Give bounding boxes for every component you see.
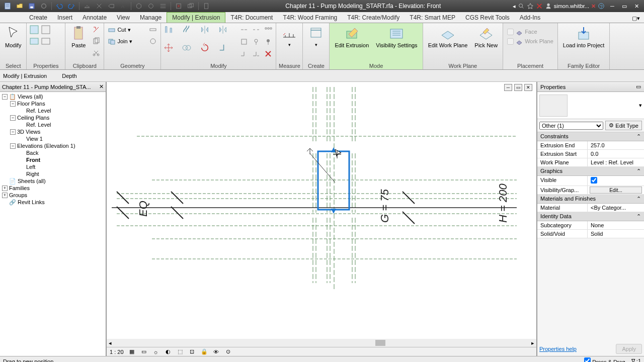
- lock-3d-icon[interactable]: 🔒: [200, 348, 208, 355]
- view-close-icon[interactable]: ✕: [524, 84, 532, 91]
- help-icon[interactable]: ?: [598, 3, 605, 10]
- tree-floor-ref-level[interactable]: Ref. Level: [1, 107, 105, 114]
- apply-button[interactable]: Apply: [616, 344, 642, 354]
- tree-groups[interactable]: +Groups: [1, 192, 105, 199]
- tab-t4r-create[interactable]: T4R: Create/Modify: [342, 13, 405, 23]
- qat-align-icon[interactable]: [94, 1, 105, 11]
- cut-button[interactable]: Cut▾: [106, 24, 146, 35]
- type-selector[interactable]: Other (1): [539, 122, 603, 130]
- search-icon[interactable]: [518, 3, 525, 10]
- group-materials[interactable]: Materials and Finishes⌃: [537, 195, 644, 204]
- tab-annotate[interactable]: Annotate: [77, 13, 112, 23]
- align-icon[interactable]: [163, 24, 174, 35]
- tab-insert[interactable]: Insert: [52, 13, 77, 23]
- copy-clipboard-icon[interactable]: [91, 36, 102, 47]
- trim-single-icon[interactable]: [238, 48, 250, 59]
- tree-revit-links[interactable]: 🔗Revit Links: [1, 199, 105, 206]
- tree-families[interactable]: +Families: [1, 185, 105, 192]
- pick-new-button[interactable]: Pick New: [471, 24, 501, 49]
- user-icon[interactable]: [545, 3, 552, 10]
- tree-back[interactable]: Back: [1, 149, 105, 156]
- tab-t4r-mep[interactable]: T4R: Smart MEP: [405, 13, 460, 23]
- prop-visibility-graphics[interactable]: Visibility/Grap...Edit...: [537, 186, 644, 195]
- copy-icon[interactable]: [181, 42, 192, 53]
- qat-text-icon[interactable]: A: [118, 1, 129, 11]
- modify-button[interactable]: Modify: [2, 24, 24, 49]
- match-type-icon[interactable]: [91, 24, 102, 35]
- press-drag-checkbox[interactable]: Press & Drag: [584, 357, 625, 362]
- ribbon-expand-icon[interactable]: ▢▾: [628, 14, 644, 23]
- cope-icon[interactable]: [147, 24, 158, 35]
- tree-elevations[interactable]: −Elevations (Elevation 1): [1, 142, 105, 149]
- reveal-hidden-icon[interactable]: ⊙: [224, 348, 232, 355]
- qat-custom-icon[interactable]: [201, 1, 212, 11]
- save-icon[interactable]: [26, 1, 37, 11]
- group-identity[interactable]: Identity Data⌃: [537, 212, 644, 221]
- drawing-canvas[interactable]: ─ ▭ ✕: [107, 82, 536, 339]
- subscription-icon[interactable]: [527, 3, 534, 10]
- tab-modify-extrusion[interactable]: Modify | Extrusion: [167, 12, 225, 23]
- qat-close-inactive-icon[interactable]: [173, 1, 184, 11]
- trim-icon[interactable]: [217, 42, 228, 53]
- tree-left[interactable]: Left: [1, 163, 105, 170]
- minimize-button[interactable]: ─: [607, 2, 618, 11]
- split-gap-icon[interactable]: [251, 24, 262, 35]
- prop-visible[interactable]: Visible: [537, 176, 644, 186]
- split-icon[interactable]: [238, 24, 250, 35]
- scale-display[interactable]: 1 : 20: [110, 349, 124, 355]
- user-name[interactable]: simon.whitbr...: [554, 3, 589, 9]
- tab-t4r-document[interactable]: T4R: Document: [225, 13, 278, 23]
- unpin-icon[interactable]: [251, 36, 262, 47]
- type-properties-icon[interactable]: [40, 24, 51, 35]
- offset-icon[interactable]: [181, 24, 192, 35]
- edit-extrusion-button[interactable]: Edit Extrusion: [332, 24, 372, 49]
- sun-path-icon[interactable]: ☼: [152, 348, 160, 355]
- face-checkbox[interactable]: Face: [505, 27, 555, 36]
- family-category-icon[interactable]: [40, 36, 51, 47]
- family-types-icon[interactable]: [29, 36, 40, 47]
- work-plane-checkbox[interactable]: Work Plane: [505, 37, 555, 46]
- type-dropdown-icon[interactable]: ▾: [639, 102, 642, 109]
- horizontal-scrollbar[interactable]: ◂▸: [107, 339, 536, 347]
- mirror-pick-icon[interactable]: [217, 24, 228, 35]
- view-restore-icon[interactable]: ▭: [514, 84, 522, 91]
- qat-section-icon[interactable]: [145, 1, 156, 11]
- prop-extrusion-start[interactable]: Extrusion Start0.0: [537, 150, 644, 158]
- join-button[interactable]: Join▾: [106, 36, 146, 47]
- qat-switch-windows-icon[interactable]: [185, 1, 196, 11]
- edit-type-button[interactable]: ⚙Edit Type: [605, 121, 642, 130]
- open-icon[interactable]: [14, 1, 25, 11]
- rotate-icon[interactable]: [199, 42, 210, 53]
- prop-extrusion-end[interactable]: Extrusion End257.0: [537, 141, 644, 150]
- tab-t4r-wood[interactable]: T4R: Wood Framing: [278, 13, 342, 23]
- exchange-icon[interactable]: [536, 3, 543, 10]
- tab-addins[interactable]: Add-Ins: [515, 13, 545, 23]
- view-minimize-icon[interactable]: ─: [504, 84, 512, 91]
- temporary-hide-icon[interactable]: 👁: [212, 348, 220, 355]
- tree-sheets[interactable]: 📄Sheets (all): [1, 177, 105, 185]
- tab-create[interactable]: Create: [24, 13, 52, 23]
- qat-measure-icon[interactable]: [82, 1, 93, 11]
- detail-level-icon[interactable]: ▦: [128, 348, 136, 355]
- crop-view-icon[interactable]: ⬚: [176, 348, 184, 355]
- shadows-icon[interactable]: ◐: [164, 348, 172, 355]
- maximize-button[interactable]: ▭: [619, 2, 630, 11]
- crop-region-icon[interactable]: ⊡: [188, 348, 196, 355]
- tree-front[interactable]: Front: [1, 156, 105, 163]
- tree-right[interactable]: Right: [1, 170, 105, 177]
- properties-icon[interactable]: [29, 24, 40, 35]
- tab-manage[interactable]: Manage: [135, 13, 167, 23]
- visible-checkbox[interactable]: [591, 177, 597, 184]
- filter-icon[interactable]: ∇ :1: [631, 358, 641, 362]
- sync-icon[interactable]: [38, 1, 49, 11]
- paste-button[interactable]: Paste: [67, 24, 90, 49]
- measure-button[interactable]: ▾: [278, 24, 300, 48]
- tree-3d-views[interactable]: −3D Views: [1, 128, 105, 135]
- edit-work-plane-button[interactable]: Edit Work Plane: [425, 24, 471, 49]
- pin-icon[interactable]: [263, 36, 274, 47]
- browser-tree[interactable]: −📋Views (all) −Floor Plans Ref. Level −C…: [0, 92, 106, 356]
- undo-icon[interactable]: [54, 1, 65, 11]
- delete-icon[interactable]: [263, 48, 274, 59]
- group-graphics[interactable]: Graphics⌃: [537, 167, 644, 176]
- qat-thin-lines-icon[interactable]: [157, 1, 169, 11]
